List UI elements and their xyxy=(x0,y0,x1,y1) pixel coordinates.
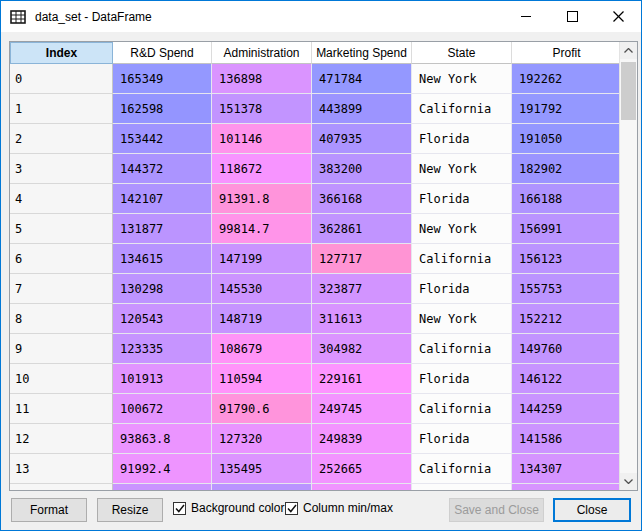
data-cell-rd-spend[interactable]: 100672 xyxy=(113,394,212,424)
maximize-button[interactable] xyxy=(549,1,595,32)
data-cell-marketing[interactable]: 249745 xyxy=(312,394,412,424)
row-index-cell[interactable]: 8 xyxy=(10,304,113,334)
row-index-cell[interactable]: 7 xyxy=(10,274,113,304)
data-cell-state[interactable]: California xyxy=(412,94,512,124)
format-button[interactable]: Format xyxy=(11,498,87,522)
data-cell-administration[interactable]: 135495 xyxy=(212,454,312,484)
data-cell-marketing[interactable]: 362861 xyxy=(312,214,412,244)
row-index-cell[interactable]: 2 xyxy=(10,124,113,154)
vertical-scrollbar[interactable] xyxy=(619,42,637,490)
data-cell-profit[interactable]: 156991 xyxy=(512,214,619,244)
data-cell-marketing[interactable]: 366168 xyxy=(312,184,412,214)
data-cell-state[interactable]: California xyxy=(412,334,512,364)
data-cell-state[interactable]: Florida xyxy=(412,424,512,454)
data-cell-administration[interactable]: 136898 xyxy=(212,64,312,94)
scroll-up-button[interactable] xyxy=(620,42,637,59)
row-index-cell[interactable]: 12 xyxy=(10,424,113,454)
data-cell-administration[interactable]: 145530 xyxy=(212,274,312,304)
data-cell-state[interactable]: California xyxy=(412,454,512,484)
row-index-cell[interactable]: 0 xyxy=(10,64,113,94)
data-cell-marketing[interactable]: 323877 xyxy=(312,274,412,304)
data-cell-rd-spend[interactable]: 93863.8 xyxy=(113,424,212,454)
close-dialog-button[interactable]: Close xyxy=(553,498,631,522)
data-cell-state[interactable]: California xyxy=(412,244,512,274)
data-cell-rd-spend[interactable]: 144372 xyxy=(113,154,212,184)
data-cell-state[interactable]: New York xyxy=(412,64,512,94)
data-cell-profit[interactable]: 152212 xyxy=(512,304,619,334)
data-cell-marketing[interactable]: 471784 xyxy=(312,64,412,94)
data-cell-state[interactable]: New York xyxy=(412,214,512,244)
data-cell-state[interactable]: Florida xyxy=(412,274,512,304)
row-index-cell[interactable]: 5 xyxy=(10,214,113,244)
data-cell-rd-spend[interactable]: 101913 xyxy=(113,364,212,394)
data-cell-rd-spend[interactable]: 153442 xyxy=(113,124,212,154)
data-cell-administration[interactable]: 147199 xyxy=(212,244,312,274)
data-cell-administration[interactable]: 151378 xyxy=(212,94,312,124)
data-cell-state[interactable]: California xyxy=(412,394,512,424)
column-header-state[interactable]: State xyxy=(412,42,512,64)
data-cell-rd-spend[interactable]: 131877 xyxy=(113,214,212,244)
data-cell-rd-spend[interactable]: 142107 xyxy=(113,184,212,214)
data-cell-state[interactable]: Florida xyxy=(412,364,512,394)
column-header-rd-spend[interactable]: R&D Spend xyxy=(113,42,212,64)
close-button[interactable] xyxy=(595,1,641,32)
data-cell-state[interactable]: Florida xyxy=(412,184,512,214)
data-cell-profit[interactable]: 144259 xyxy=(512,394,619,424)
data-cell-marketing[interactable]: 249839 xyxy=(312,424,412,454)
data-cell-administration[interactable]: 101146 xyxy=(212,124,312,154)
data-cell-marketing[interactable]: 383200 xyxy=(312,154,412,184)
row-index-cell[interactable]: 10 xyxy=(10,364,113,394)
data-cell-administration[interactable]: 148719 xyxy=(212,304,312,334)
data-cell-administration[interactable]: 108679 xyxy=(212,334,312,364)
column-header-index[interactable]: Index xyxy=(10,42,113,64)
data-cell-profit[interactable]: 191050 xyxy=(512,124,619,154)
row-index-cell[interactable]: 11 xyxy=(10,394,113,424)
column-minmax-checkbox[interactable]: Column min/max xyxy=(285,501,393,515)
data-cell-profit[interactable]: 166188 xyxy=(512,184,619,214)
data-cell-rd-spend[interactable]: 120543 xyxy=(113,304,212,334)
data-cell-profit[interactable]: 182902 xyxy=(512,154,619,184)
data-cell-profit[interactable]: 141586 xyxy=(512,424,619,454)
data-cell-marketing[interactable]: 304982 xyxy=(312,334,412,364)
scrollbar-thumb[interactable] xyxy=(621,62,636,120)
data-cell-profit[interactable]: 192262 xyxy=(512,64,619,94)
row-index-cell[interactable]: 4 xyxy=(10,184,113,214)
data-cell-profit[interactable]: 149760 xyxy=(512,334,619,364)
scroll-down-button[interactable] xyxy=(620,473,637,490)
data-cell-administration[interactable]: 118672 xyxy=(212,154,312,184)
data-cell-state[interactable]: New York xyxy=(412,304,512,334)
data-cell-rd-spend[interactable]: 134615 xyxy=(113,244,212,274)
data-cell-profit[interactable]: 155753 xyxy=(512,274,619,304)
data-cell-profit[interactable]: 156123 xyxy=(512,244,619,274)
data-cell-marketing[interactable]: 407935 xyxy=(312,124,412,154)
column-header-administration[interactable]: Administration xyxy=(212,42,312,64)
data-cell-profit[interactable]: 146122 xyxy=(512,364,619,394)
data-cell-administration[interactable]: 127320 xyxy=(212,424,312,454)
data-cell-state[interactable]: Florida xyxy=(412,124,512,154)
column-header-profit[interactable]: Profit xyxy=(512,42,619,64)
data-cell-marketing[interactable]: 252665 xyxy=(312,454,412,484)
data-cell-marketing[interactable]: 443899 xyxy=(312,94,412,124)
data-cell-administration[interactable]: 91790.6 xyxy=(212,394,312,424)
row-index-cell[interactable]: 9 xyxy=(10,334,113,364)
data-cell-administration[interactable]: 110594 xyxy=(212,364,312,394)
data-cell-rd-spend[interactable]: 165349 xyxy=(113,64,212,94)
data-cell-marketing[interactable]: 127717 xyxy=(312,244,412,274)
data-cell-profit[interactable]: 134307 xyxy=(512,454,619,484)
row-index-cell[interactable]: 3 xyxy=(10,154,113,184)
data-cell-marketing[interactable]: 229161 xyxy=(312,364,412,394)
data-cell-state[interactable]: New York xyxy=(412,154,512,184)
data-cell-administration[interactable]: 99814.7 xyxy=(212,214,312,244)
data-cell-profit[interactable]: 191792 xyxy=(512,94,619,124)
data-cell-rd-spend[interactable]: 123335 xyxy=(113,334,212,364)
column-header-marketing[interactable]: Marketing Spend xyxy=(312,42,412,64)
data-cell-administration[interactable]: 91391.8 xyxy=(212,184,312,214)
background-color-checkbox[interactable]: Background color xyxy=(173,501,284,515)
minimize-button[interactable] xyxy=(503,1,549,32)
data-cell-rd-spend[interactable]: 162598 xyxy=(113,94,212,124)
row-index-cell[interactable]: 6 xyxy=(10,244,113,274)
resize-button[interactable]: Resize xyxy=(97,498,163,522)
data-cell-rd-spend[interactable]: 130298 xyxy=(113,274,212,304)
row-index-cell[interactable]: 13 xyxy=(10,454,113,484)
data-cell-rd-spend[interactable]: 91992.4 xyxy=(113,454,212,484)
